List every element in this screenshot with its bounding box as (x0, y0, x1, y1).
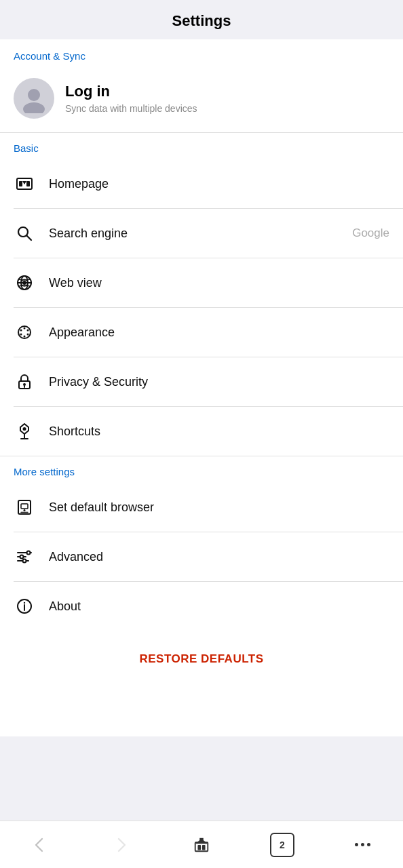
login-subtitle: Sync data with multiple devices (65, 103, 197, 114)
more-settings-label: More settings (0, 456, 403, 483)
svg-rect-42 (197, 845, 201, 850)
account-info: Log in Sync data with multiple devices (65, 83, 197, 114)
svg-rect-41 (195, 842, 208, 851)
search-engine-value: Google (352, 226, 389, 240)
settings-item-default-browser[interactable]: Set default browser (0, 483, 403, 532)
webview-label: Web view (49, 276, 389, 290)
default-browser-icon (14, 496, 35, 518)
advanced-label: Advanced (49, 550, 389, 564)
account-sync-label: Account & Sync (0, 39, 403, 67)
svg-rect-29 (21, 504, 28, 509)
page-title: Settings (172, 12, 231, 29)
svg-point-35 (27, 551, 31, 555)
settings-item-about[interactable]: About (0, 582, 403, 631)
more-icon (355, 843, 370, 846)
menu-button[interactable] (343, 825, 383, 865)
forward-button[interactable] (100, 825, 141, 865)
settings-item-advanced[interactable]: Advanced (0, 532, 403, 581)
tab-count: 2 (280, 840, 285, 850)
about-icon (14, 595, 35, 617)
svg-point-1 (23, 102, 45, 113)
account-row[interactable]: Log in Sync data with multiple devices (0, 67, 403, 132)
svg-point-25 (23, 427, 26, 431)
home-button[interactable] (181, 825, 222, 865)
app-header: Settings (0, 0, 403, 39)
svg-point-18 (24, 336, 26, 338)
svg-line-8 (27, 236, 32, 241)
svg-point-30 (24, 509, 26, 511)
svg-point-12 (22, 281, 26, 285)
settings-item-privacy-security[interactable]: Privacy & Security (0, 357, 403, 406)
login-title: Log in (65, 83, 197, 100)
svg-rect-6 (26, 181, 30, 186)
default-browser-label: Set default browser (49, 500, 389, 515)
advanced-icon (14, 546, 35, 568)
lock-icon (14, 371, 35, 393)
shortcuts-label: Shortcuts (49, 425, 389, 439)
appearance-icon (14, 321, 35, 343)
tab-count-badge: 2 (270, 833, 294, 857)
bottom-navigation: 2 (0, 821, 403, 868)
svg-point-20 (20, 330, 22, 332)
restore-defaults-button[interactable]: RESTORE DEFAULTS (139, 652, 263, 666)
webview-icon (14, 272, 35, 294)
spacer (0, 682, 403, 736)
svg-rect-45 (199, 837, 204, 840)
svg-point-16 (27, 330, 29, 332)
svg-marker-5 (22, 181, 26, 184)
homepage-label: Homepage (49, 177, 389, 191)
restore-section: RESTORE DEFAULTS (0, 631, 403, 682)
settings-item-appearance[interactable]: Appearance (0, 308, 403, 357)
svg-point-19 (20, 334, 22, 336)
about-label: About (49, 599, 389, 614)
svg-rect-3 (19, 181, 22, 186)
basic-section-label: Basic (0, 133, 403, 159)
appearance-label: Appearance (49, 326, 389, 340)
svg-point-0 (28, 89, 40, 101)
svg-rect-43 (202, 845, 206, 850)
tabs-button[interactable]: 2 (262, 825, 303, 865)
svg-point-37 (23, 559, 26, 563)
settings-item-homepage[interactable]: Homepage (0, 159, 403, 208)
svg-point-36 (20, 555, 24, 559)
svg-point-17 (27, 334, 29, 336)
back-button[interactable] (20, 825, 60, 865)
settings-item-web-view[interactable]: Web view (0, 258, 403, 307)
search-icon (14, 222, 35, 244)
svg-point-15 (24, 328, 26, 330)
privacy-security-label: Privacy & Security (49, 375, 389, 389)
svg-point-40 (24, 602, 25, 604)
homepage-icon (14, 173, 35, 195)
search-engine-label: Search engine (49, 226, 339, 241)
settings-item-shortcuts[interactable]: Shortcuts (0, 407, 403, 456)
avatar (14, 78, 54, 119)
settings-item-search-engine[interactable]: Search engine Google (0, 209, 403, 258)
shortcuts-icon (14, 420, 35, 442)
